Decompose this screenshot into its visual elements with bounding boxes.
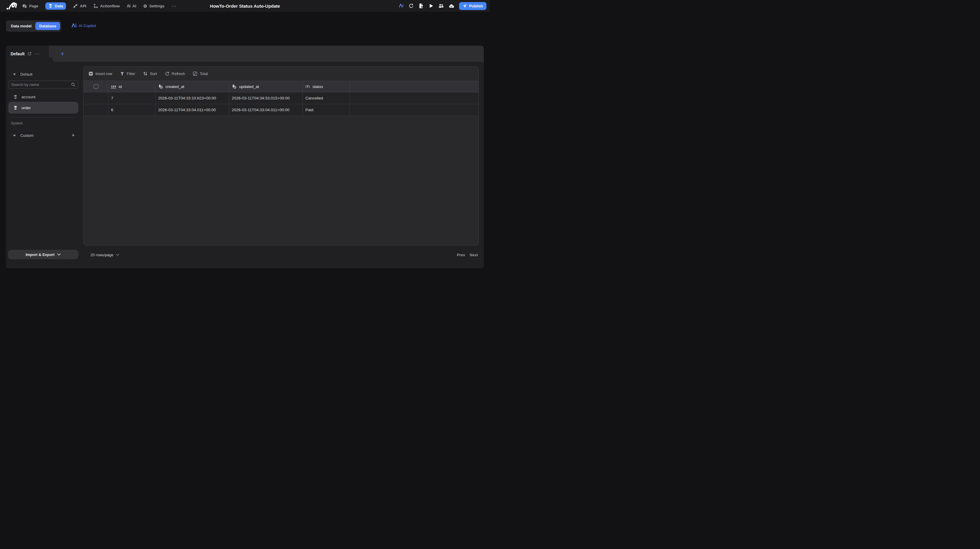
table-row[interactable]: 7 2026-03-11T04:33:10.623+00:00 2026-03-… [84,92,479,104]
workspace-body: Default account [6,62,484,268]
timestamp-type-icon [232,84,237,89]
database-icon [48,4,53,8]
cell-id: 7 [108,92,156,104]
cell-created-at: 2026-03-11T04:33:04.011+00:00 [156,104,229,116]
column-header-spacer [350,81,479,92]
table-item-account[interactable]: account [8,92,78,102]
row-select-cell [84,92,108,104]
ai-copilot-label: AI Copilot [79,24,96,28]
refresh-button[interactable]: Refresh [165,71,185,76]
next-page-button[interactable]: Next [470,253,478,257]
add-workspace-tab-button[interactable]: + [56,46,69,62]
filter-button[interactable]: Filter [120,71,135,76]
refresh-label: Refresh [172,71,185,76]
custom-group-label: Custom [20,133,33,138]
import-export-label: Import & Export [25,252,54,257]
custom-group[interactable]: Custom + [13,132,78,138]
history-sparkle-icon[interactable] [409,3,414,8]
nav-label-page: Page [29,4,38,8]
chevron-down-icon [57,253,60,255]
table-icon [13,106,18,110]
ai-copilot-icon: Λi [72,22,76,29]
search-icon [71,83,75,87]
system-section-label: System [11,121,78,125]
nav-more-icon[interactable]: ⋯ [171,3,177,9]
table-icon [13,95,18,99]
cell-status: Cancelled [303,92,350,104]
import-export-button[interactable]: Import & Export [8,250,78,259]
column-header-created-at[interactable]: created_at [156,81,229,92]
nav-item-ai[interactable]: Λi AI [127,3,136,8]
top-navbar: Page Data API [0,0,490,12]
text-type-icon [305,84,310,89]
table-item-order[interactable]: order [8,102,78,114]
row-select-cell [84,104,108,116]
file-settings-icon[interactable] [419,3,424,8]
refresh-icon [165,71,169,76]
nav-item-settings[interactable]: ⚙ Settings [143,4,165,8]
column-header-id[interactable]: 123 id [108,81,156,92]
rows-per-page-select[interactable]: 20 rows/page [91,253,119,257]
data-grid-panel: Insert row Filter Sort [83,67,479,245]
cloud-sync-icon[interactable] [449,3,454,8]
nav-label-ai: AI [132,4,136,8]
navbar-actions: Λi [399,2,487,10]
nav-label-settings: Settings [149,4,164,8]
insert-row-button[interactable]: Insert row [89,71,112,76]
cell-updated-at: 2026-03-11T04:33:04.011+00:00 [229,104,303,116]
nav-item-api[interactable]: API [73,3,86,8]
column-label: status [312,84,323,89]
nav-label-api: API [80,4,86,8]
data-mode-toggle: Data model Database [6,20,61,32]
column-header-updated-at[interactable]: updated_at [229,81,303,92]
momen-logo-icon[interactable] [6,2,18,10]
workspace-tab-strip: Default ⋯ + [6,46,484,62]
publish-button[interactable]: Publish [459,2,487,10]
sort-button[interactable]: Sort [143,71,157,76]
chevron-down-icon [116,254,119,256]
primary-nav: Page Data API [22,2,177,10]
tab-data-model[interactable]: Data model [7,24,35,28]
schema-group-default[interactable]: Default [13,72,78,76]
nav-label-data: Data [55,4,63,8]
search-input[interactable] [11,83,71,87]
total-icon [193,71,197,76]
actionflow-icon [93,3,98,8]
nav-item-data[interactable]: Data [45,2,66,10]
nav-item-page[interactable]: Page [22,3,38,8]
preview-play-icon[interactable] [429,3,433,8]
total-button[interactable]: Total [193,71,208,76]
select-all-checkbox[interactable] [94,84,99,89]
table-row[interactable]: 6 2026-03-11T04:33:04.011+00:00 2026-03-… [84,104,479,116]
filter-icon [120,71,124,76]
table-item-label: order [22,106,31,110]
tab-database[interactable]: Database [35,22,60,30]
prev-page-button[interactable]: Prev [457,253,465,257]
chevron-down-icon [13,135,16,136]
database-workspace: Default ⋯ + Default [6,46,484,268]
select-all-cell [84,81,108,92]
number-type-icon: 123 [111,85,116,89]
cell-spacer [350,92,479,104]
cell-status: Paid [303,104,350,116]
grid-toolbar: Insert row Filter Sort [84,67,479,81]
cell-updated-at: 2026-03-11T04:34:53.015+00:00 [229,92,303,104]
collaborators-icon[interactable] [439,3,444,8]
nav-item-actionflow[interactable]: Actionflow [93,3,119,8]
publish-label: Publish [469,4,483,8]
api-plug-icon [73,3,78,8]
workspace-tab-default[interactable]: Default ⋯ [6,46,49,62]
gear-icon: ⚙ [143,4,147,8]
ai-copilot-button[interactable]: Λi AI Copilot [72,22,96,29]
add-custom-button[interactable]: + [72,132,75,138]
cell-id: 6 [108,104,156,116]
schema-group-label: Default [20,72,32,76]
ai-assistant-icon[interactable]: Λi [399,3,403,9]
chevron-down-icon [13,73,16,75]
table-item-label: account [22,95,35,99]
timestamp-type-icon [158,84,163,89]
workspace-tab-menu-icon[interactable]: ⋯ [35,51,40,57]
sidebar-divider [11,117,76,117]
open-external-icon[interactable] [27,51,32,56]
column-header-status[interactable]: status [303,81,350,92]
